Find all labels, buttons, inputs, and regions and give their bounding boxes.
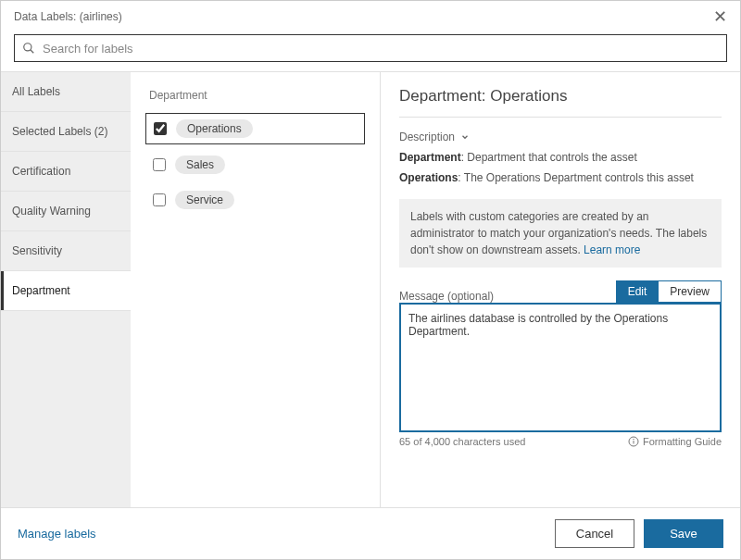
label-checkbox[interactable] — [153, 158, 166, 171]
label-row-service[interactable]: Service — [145, 185, 365, 215]
svg-point-4 — [634, 439, 634, 440]
message-header: Message (optional) Edit Preview — [399, 280, 722, 303]
sidebar-item-certification[interactable]: Certification — [1, 152, 131, 192]
label-checkbox[interactable] — [154, 122, 167, 135]
manage-labels-link[interactable]: Manage labels — [18, 527, 96, 541]
cancel-button[interactable]: Cancel — [555, 519, 634, 548]
svg-point-0 — [24, 44, 31, 51]
message-textarea[interactable] — [399, 303, 722, 432]
edit-preview-toggle: Edit Preview — [616, 280, 722, 303]
sidebar-item-quality-warning[interactable]: Quality Warning — [1, 192, 131, 231]
labels-panel-title: Department — [145, 89, 365, 102]
formatting-guide-text: Formatting Guide — [643, 436, 722, 447]
sidebar-item-sensitivity[interactable]: Sensitivity — [1, 231, 131, 271]
chevron-down-icon — [460, 132, 470, 142]
sidebar-item-label: Department — [12, 284, 70, 297]
category-desc-text: Department that controls the asset — [467, 151, 636, 164]
message-label: Message (optional) — [399, 290, 494, 303]
label-pill: Sales — [175, 156, 225, 174]
formatting-guide-link[interactable]: Formatting Guide — [628, 436, 722, 447]
sidebar-item-label: Certification — [12, 165, 70, 178]
label-description: Operations: The Operations Department co… — [399, 171, 722, 184]
sidebar-item-all-labels[interactable]: All Labels — [1, 72, 131, 112]
description-toggle[interactable]: Description — [399, 131, 722, 143]
category-description: Department: Department that controls the… — [399, 151, 722, 164]
dialog-title: Data Labels: (airlines) — [14, 10, 122, 23]
info-box: Labels with custom categories are create… — [399, 199, 722, 268]
sidebar-list: All Labels Selected Labels (2) Certifica… — [1, 72, 131, 311]
label-row-sales[interactable]: Sales — [145, 150, 365, 180]
char-count: 65 of 4,000 characters used — [399, 436, 525, 447]
message-footer: 65 of 4,000 characters used Formatting G… — [399, 436, 722, 447]
search-input[interactable] — [35, 42, 719, 56]
dialog-footer: Manage labels Cancel Save — [1, 507, 740, 559]
sidebar-item-label: All Labels — [12, 85, 60, 98]
detail-panel: Department: Operations Description Depar… — [381, 72, 740, 507]
detail-title: Department: Operations — [399, 87, 722, 118]
search-box[interactable] — [14, 34, 727, 62]
sidebar-item-department[interactable]: Department — [1, 271, 131, 311]
sidebar-item-selected-labels[interactable]: Selected Labels (2) — [1, 112, 131, 152]
label-pill: Service — [175, 191, 234, 209]
label-checkbox[interactable] — [153, 193, 166, 206]
search-row — [1, 31, 740, 71]
sidebar-item-label: Quality Warning — [12, 205, 91, 218]
dialog-header: Data Labels: (airlines) ✕ — [1, 1, 740, 31]
info-text: Labels with custom categories are create… — [410, 210, 707, 256]
close-icon[interactable]: ✕ — [713, 8, 727, 25]
info-icon — [628, 436, 639, 447]
label-name: Operations — [399, 171, 458, 184]
learn-more-link[interactable]: Learn more — [584, 243, 640, 256]
sidebar: All Labels Selected Labels (2) Certifica… — [1, 72, 131, 507]
label-desc-text: The Operations Department controls this … — [464, 171, 694, 184]
sidebar-item-label: Sensitivity — [12, 244, 62, 257]
preview-tab[interactable]: Preview — [658, 280, 722, 303]
description-label: Description — [399, 131, 455, 143]
labels-panel: Department Operations Sales Service — [131, 72, 381, 507]
save-button[interactable]: Save — [644, 519, 723, 548]
search-icon — [22, 42, 35, 55]
footer-buttons: Cancel Save — [555, 519, 723, 548]
data-labels-dialog: Data Labels: (airlines) ✕ All Labels Sel… — [0, 0, 741, 560]
edit-tab[interactable]: Edit — [616, 280, 659, 303]
category-name: Department — [399, 151, 461, 164]
label-pill: Operations — [176, 119, 253, 138]
svg-line-1 — [31, 50, 34, 54]
sidebar-item-label: Selected Labels (2) — [12, 125, 107, 138]
label-row-operations[interactable]: Operations — [145, 113, 365, 144]
dialog-content: All Labels Selected Labels (2) Certifica… — [1, 71, 740, 507]
sidebar-fill — [1, 311, 131, 507]
